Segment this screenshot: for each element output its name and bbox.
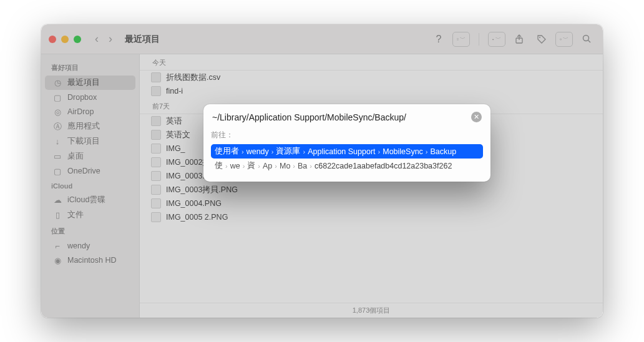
window-title: 最近項目 bbox=[125, 34, 160, 45]
breadcrumb-segment: wendy bbox=[246, 147, 269, 156]
file-name: 英语文 bbox=[166, 130, 190, 140]
sidebar[interactable]: 喜好項目◷最近項目▢Dropbox◎AirDropⒶ應用程式↓下載項目▭桌面▢O… bbox=[41, 54, 140, 318]
close-window-button[interactable] bbox=[49, 36, 56, 43]
breadcrumb-segment: Mo bbox=[280, 162, 290, 170]
breadcrumb-segment: Ap bbox=[263, 162, 272, 170]
share-button[interactable] bbox=[510, 32, 528, 47]
sidebar-section-header: 位置 bbox=[41, 223, 139, 238]
sidebar-item[interactable]: ⌐wendy bbox=[45, 239, 135, 253]
sidebar-item-label: 文件 bbox=[67, 210, 84, 220]
file-icon bbox=[151, 171, 161, 181]
status-bar: 1,873個項目 bbox=[140, 303, 603, 318]
sidebar-item-label: wendy bbox=[67, 242, 90, 250]
content-area[interactable]: 今天折线图数据.csvfind-i前7天英语英语文IMG_IMG_0002拷貝.… bbox=[140, 54, 603, 318]
goto-suggestion-primary[interactable]: 使用者›wendy›資源庫›Application Support›Mobile… bbox=[211, 144, 483, 159]
sidebar-item-label: OneDrive bbox=[67, 167, 100, 175]
file-name: IMG_0003拷貝.PNG bbox=[166, 185, 238, 195]
maximize-window-button[interactable] bbox=[74, 36, 81, 43]
sidebar-item-label: AirDrop bbox=[67, 107, 94, 116]
doc-icon: ▯ bbox=[52, 210, 62, 220]
desktop-icon: ▭ bbox=[52, 152, 62, 162]
sidebar-section-header: 喜好項目 bbox=[41, 59, 139, 75]
clock-icon: ◷ bbox=[52, 78, 62, 88]
sidebar-item-label: 桌面 bbox=[67, 151, 84, 162]
sidebar-item[interactable]: ◷最近項目 bbox=[45, 76, 135, 90]
breadcrumb-segment: we bbox=[230, 162, 240, 170]
toolbar-divider bbox=[479, 33, 479, 46]
back-button[interactable]: ‹ bbox=[92, 32, 101, 46]
search-button[interactable] bbox=[578, 32, 595, 47]
help-icon[interactable]: ? bbox=[430, 32, 447, 47]
toolbar: ‹ › 最近項目 ? ﹀ ﹀ ﹀ bbox=[41, 24, 603, 54]
tags-button[interactable] bbox=[533, 32, 550, 47]
sidebar-item-label: 下載項目 bbox=[67, 136, 100, 147]
actions-button[interactable]: ﹀ bbox=[555, 32, 573, 47]
file-row[interactable]: IMG_0005 2.PNG bbox=[140, 210, 603, 224]
chevron-right-icon: › bbox=[258, 162, 260, 170]
chevron-right-icon: › bbox=[426, 148, 428, 155]
file-name: 英语 bbox=[166, 116, 182, 127]
traffic-lights bbox=[49, 36, 81, 43]
svg-rect-3 bbox=[492, 39, 493, 39]
svg-line-15 bbox=[588, 41, 590, 43]
sidebar-item[interactable]: ▢OneDrive bbox=[45, 164, 135, 178]
forward-button[interactable]: › bbox=[106, 32, 115, 46]
sidebar-item-label: 最近項目 bbox=[67, 77, 100, 88]
file-row[interactable]: 折线图数据.csv bbox=[140, 71, 603, 84]
svg-rect-5 bbox=[492, 39, 493, 40]
file-row[interactable]: IMG_0003拷貝.PNG bbox=[140, 183, 603, 197]
cloud-icon: ☁ bbox=[52, 195, 62, 205]
sidebar-item[interactable]: ▭桌面 bbox=[45, 149, 135, 164]
airdrop-icon: ◎ bbox=[52, 107, 62, 117]
window-body: 喜好項目◷最近項目▢Dropbox◎AirDropⒶ應用程式↓下載項目▭桌面▢O… bbox=[41, 54, 603, 318]
folder-icon: ▢ bbox=[52, 92, 62, 102]
chevron-right-icon: › bbox=[303, 148, 305, 155]
group-by-button[interactable]: ﹀ bbox=[488, 32, 505, 47]
chevron-right-icon: › bbox=[275, 162, 277, 170]
goto-folder-dialog: ✕ 前往： 使用者›wendy›資源庫›Application Support›… bbox=[203, 104, 490, 182]
file-name: find-i bbox=[166, 87, 183, 95]
file-icon bbox=[151, 116, 161, 126]
svg-rect-6 bbox=[493, 39, 494, 40]
sidebar-item[interactable]: ↓下載項目 bbox=[45, 134, 135, 149]
file-row[interactable]: find-i bbox=[140, 84, 603, 98]
svg-point-9 bbox=[539, 37, 540, 38]
goto-path-input[interactable] bbox=[212, 112, 466, 122]
sidebar-item-label: Macintosh HD bbox=[67, 256, 117, 265]
sidebar-item-label: iCloud雲碟 bbox=[67, 195, 105, 205]
sidebar-item[interactable]: ☁iCloud雲碟 bbox=[45, 193, 135, 207]
chevron-right-icon: › bbox=[378, 148, 381, 155]
svg-rect-0 bbox=[457, 38, 459, 39]
download-icon: ↓ bbox=[52, 137, 62, 147]
svg-point-14 bbox=[583, 36, 588, 41]
clear-input-button[interactable]: ✕ bbox=[471, 112, 482, 122]
sidebar-item[interactable]: ▯文件 bbox=[45, 208, 135, 222]
apps-icon: Ⓐ bbox=[52, 122, 62, 132]
view-columns-button[interactable]: ﹀ bbox=[452, 32, 470, 47]
chevron-right-icon: › bbox=[243, 162, 245, 170]
breadcrumb-segment: 使用者 bbox=[215, 146, 239, 157]
file-row[interactable]: IMG_0004.PNG bbox=[140, 197, 603, 210]
sidebar-item[interactable]: ◉Macintosh HD bbox=[45, 253, 135, 267]
goto-suggestion-secondary[interactable]: 使›we›資›Ap›Mo›Ba›c6822cade1aabefadb4cd12a… bbox=[211, 159, 483, 173]
chevron-right-icon: › bbox=[225, 162, 228, 170]
file-name: IMG_0005 2.PNG bbox=[166, 213, 228, 222]
breadcrumb-hash: c6822cade1aabefadb4cd12a23ba3f262 bbox=[315, 162, 452, 170]
sidebar-item-label: Dropbox bbox=[67, 93, 97, 102]
goto-label: 前往： bbox=[211, 130, 483, 140]
chevron-right-icon: › bbox=[293, 162, 295, 170]
sidebar-item[interactable]: Ⓐ應用程式 bbox=[45, 119, 135, 134]
list-group-header: 今天 bbox=[140, 54, 603, 71]
breadcrumb-segment: 使 bbox=[215, 160, 223, 171]
disk-icon: ◉ bbox=[52, 255, 62, 265]
sidebar-item[interactable]: ▢Dropbox bbox=[45, 90, 135, 104]
minimize-window-button[interactable] bbox=[61, 36, 69, 43]
finder-window: ‹ › 最近項目 ? ﹀ ﹀ ﹀ 喜好項目◷最近項目▢Dropbox◎AirDr… bbox=[41, 24, 603, 318]
file-name: 折线图数据.csv bbox=[166, 72, 220, 83]
chevron-right-icon: › bbox=[242, 148, 244, 155]
file-icon bbox=[151, 185, 161, 195]
breadcrumb-segment: 資源庫 bbox=[276, 146, 300, 157]
laptop-icon: ⌐ bbox=[52, 241, 62, 251]
file-name: IMG_ bbox=[166, 144, 185, 153]
sidebar-item[interactable]: ◎AirDrop bbox=[45, 105, 135, 119]
